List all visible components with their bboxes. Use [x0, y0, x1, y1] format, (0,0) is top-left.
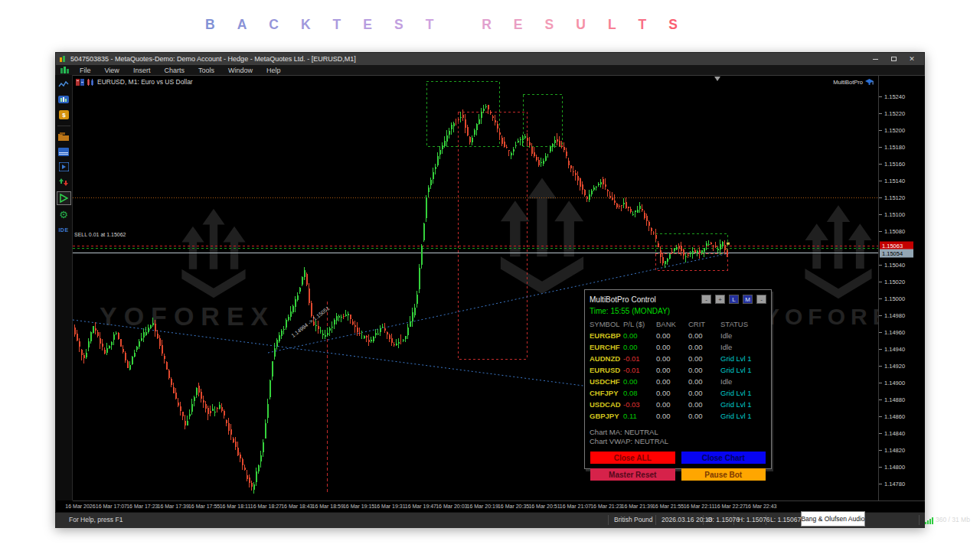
status-separator	[608, 515, 609, 525]
panel-button-lines[interactable]: L	[729, 295, 739, 304]
menu-item-view[interactable]: View	[98, 67, 126, 74]
trade-dollar-icon[interactable]: $	[57, 109, 70, 121]
time-tick-label: 16 Mar 19:31	[374, 504, 405, 509]
price-tick-label: 1.14960	[884, 329, 905, 336]
strategy-tester-icon[interactable]	[57, 161, 70, 173]
table-row: GBPJPY0.110.000.00Grid Lvl 1	[590, 410, 766, 422]
new-order-icon[interactable]	[57, 176, 70, 188]
toolbar-divider	[57, 126, 70, 126]
close-chart-button[interactable]: Close Chart	[681, 452, 766, 464]
traffic-counter: 360 / 31 Mb	[936, 516, 970, 523]
panel-header: MultiBotPro Control -+LM-	[590, 294, 766, 305]
menu-item-charts[interactable]: Charts	[157, 67, 191, 74]
price-tick-mark	[879, 214, 882, 215]
master-reset-button[interactable]: Master Reset	[590, 468, 675, 481]
column-header: SYMBOL	[590, 320, 623, 328]
table-cell: -0.01	[623, 354, 656, 363]
column-header: CRIT	[688, 320, 720, 328]
panel-button-minus2[interactable]: -	[756, 295, 766, 304]
title-letter: B	[205, 17, 215, 33]
panel-button-minus[interactable]: -	[701, 295, 711, 304]
time-tick-label: 16 Mar 18:11	[220, 504, 251, 509]
title-letter: T	[639, 17, 647, 33]
window-titlebar[interactable]: 5047503835 - MetaQuotes-Demo: Demo Accou…	[56, 53, 924, 65]
table-row: USDCHF0.000.000.00Idle	[590, 376, 766, 387]
panel-button-mode[interactable]: M	[743, 295, 753, 304]
terminal-panel-icon[interactable]	[57, 145, 70, 158]
table-cell: Grid Lvl 1	[720, 354, 766, 363]
price-tick-mark	[879, 265, 882, 266]
title-letter: C	[269, 17, 279, 33]
table-cell: 0.11	[623, 412, 656, 420]
price-tick-label: 1.14940	[884, 346, 905, 353]
algo-trading-icon[interactable]	[57, 191, 71, 205]
price-tick-mark	[879, 433, 882, 434]
menu-item-file[interactable]: File	[73, 67, 98, 74]
table-cell: 0.00	[688, 377, 720, 386]
panel-button-plus[interactable]: +	[715, 295, 725, 304]
table-cell: EURUSD	[590, 366, 623, 374]
price-tick-mark	[879, 282, 882, 282]
price-tick-label: 1.15160	[884, 161, 905, 168]
table-cell: AUDNZD	[590, 354, 623, 363]
price-tick-label: 1.14800	[884, 464, 905, 471]
price-tick-mark	[879, 383, 882, 383]
close-icon[interactable]: ✕	[904, 54, 920, 64]
panel-time: Time: 15:55 (MONDAY)	[590, 307, 766, 315]
panel-title: MultiBotPro Control	[590, 295, 697, 304]
menu-item-window[interactable]: Window	[221, 67, 260, 74]
title-letter: R	[482, 17, 492, 33]
close-all-button[interactable]: Close ALL	[590, 452, 675, 464]
settings-gear-icon[interactable]: ⚙	[57, 208, 70, 220]
price-tick-label: 1.15180	[884, 144, 905, 151]
time-tick-label: 16 Mar 19:15	[343, 504, 374, 509]
table-cell: Grid Lvl 1	[720, 400, 766, 409]
table-cell: 0.00	[688, 400, 720, 409]
candles-icon	[87, 79, 95, 86]
column-header: STATUS	[720, 320, 766, 328]
status-open-price: O: 1.15076	[707, 516, 740, 523]
maximize-icon[interactable]	[886, 54, 901, 64]
panel-notes: Chart MA: NEUTRAL Chart VWAP: NEUTRAL	[590, 428, 766, 446]
window-title: 5047503835 - MetaQuotes-Demo: Demo Accou…	[70, 55, 356, 63]
status-bar: For Help, press F1 British Pound2026.03.…	[55, 512, 925, 528]
expert-advisor-label[interactable]: MultiBotPro	[833, 79, 874, 86]
left-toolbar: $ ⚙ IDE	[55, 75, 73, 500]
chart-vwap-status: Chart VWAP: NEUTRAL	[590, 437, 766, 446]
terminal-logo-icon	[60, 67, 70, 74]
time-tick-label: 16 Mar 22:43	[745, 504, 776, 509]
panel-action-buttons: Close ALLClose ChartMaster ResetPause Bo…	[590, 452, 766, 481]
menu-item-insert[interactable]: Insert	[126, 67, 158, 74]
symbol-label: EURUSD, M1: Euro vs US Dollar	[97, 78, 193, 86]
market-watch-icon[interactable]	[57, 93, 70, 106]
pause-bot-button[interactable]: Pause Bot	[681, 468, 766, 481]
sell-order-label[interactable]: SELL 0.01 at 1.15062	[74, 232, 126, 237]
table-cell: 0.00	[688, 343, 720, 351]
price-tick-mark	[879, 113, 882, 114]
chart-mode-icon[interactable]	[57, 78, 70, 90]
chart-shift-marker[interactable]	[714, 77, 720, 81]
table-cell: EURCHF	[590, 343, 623, 351]
table-cell: 0.00	[656, 331, 688, 340]
price-tick-label: 1.14780	[884, 481, 905, 487]
price-tick-mark	[879, 147, 882, 148]
menu-item-help[interactable]: Help	[260, 67, 288, 74]
time-tick-label: 16 Mar 22:11	[684, 504, 715, 509]
table-cell: 0.08	[623, 389, 656, 397]
table-cell: 0.00	[688, 412, 720, 420]
title-letter: A	[237, 17, 247, 33]
time-axis[interactable]: 16 Mar 202616 Mar 17:0716 Mar 17:2316 Ma…	[73, 500, 925, 513]
price-axis[interactable]: 1.152401.152201.152001.151801.151601.151…	[878, 75, 925, 500]
price-tick-label: 1.15000	[884, 295, 905, 302]
price-tick-mark	[879, 164, 882, 165]
table-row: EURGBP0.000.000.00Idle	[590, 330, 766, 341]
table-cell: Idle	[720, 343, 766, 351]
price-tick-mark	[879, 231, 882, 232]
table-row: EURCHF0.000.000.00Idle	[590, 341, 766, 353]
price-tick-mark	[879, 416, 882, 417]
metaeditor-ide-icon[interactable]: IDE	[57, 223, 70, 236]
menu-item-tools[interactable]: Tools	[191, 67, 221, 74]
table-row: USDCAD-0.030.000.00Grid Lvl 1	[590, 399, 766, 410]
minimize-icon[interactable]	[867, 54, 883, 64]
open-file-icon[interactable]	[57, 130, 70, 142]
